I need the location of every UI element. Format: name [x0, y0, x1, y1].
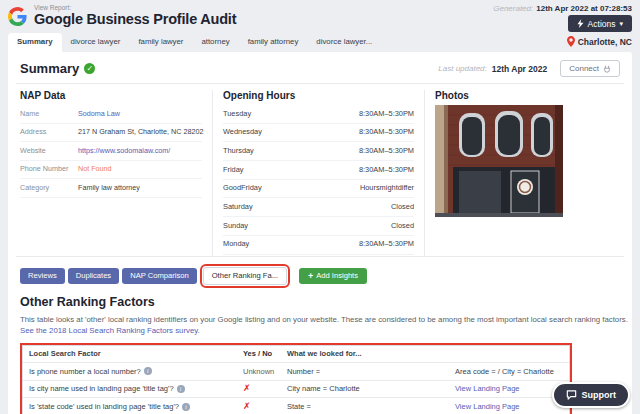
tab-reviews[interactable]: Reviews [20, 268, 65, 284]
looked-for-cell: State = [285, 399, 451, 414]
nap-row-category: Category Family law attorney [20, 179, 202, 198]
factor-text: Is city name used in landing page 'title… [29, 384, 174, 393]
survey-link[interactable]: See the 2018 Local Search Ranking Factor… [20, 326, 200, 335]
view-landing-page-link[interactable]: View Landing Page [451, 399, 569, 414]
business-address: 217 N Graham St, Charlotte, NC 28202 [78, 128, 203, 137]
day-hours: 8:30AM–5:30PM [359, 240, 414, 249]
nap-label: Category [20, 184, 78, 193]
card-header: Summary ✓ Last updated: 12th Apr 2022 Co… [16, 58, 624, 84]
nap-label: Phone Number [20, 165, 78, 174]
tab-nap-comparison[interactable]: NAP Comparison [122, 268, 197, 284]
result-cell: ✗ [241, 381, 285, 396]
summary-heading: Summary [20, 61, 79, 76]
add-insights-button[interactable]: + Add Insights [299, 268, 367, 284]
hours-heading: Opening Hours [223, 90, 414, 101]
generated-label: Generated: [493, 4, 533, 13]
hours-row: Saturday Closed [223, 198, 414, 217]
summary-heading-row: Summary ✓ [20, 61, 95, 76]
table-row: Is 'state code' used in landing page 'ti… [23, 398, 569, 414]
factor-cell: Is phone number a local number? i [23, 364, 241, 379]
ranking-description-text: This table looks at 'other' local rankin… [20, 315, 628, 324]
phone-not-found: Not Found [78, 165, 112, 174]
top-right: Generated:12th Apr 2022 at 07:28:53 Acti… [493, 4, 632, 32]
day-hours: Closed [391, 222, 414, 231]
result-cell: Unknown [241, 364, 285, 379]
detail-cell: Area code = / City = Charlotte [451, 364, 569, 379]
looked-for-cell: Number = [285, 364, 451, 379]
day-hours: Closed [391, 203, 414, 212]
cross-icon: ✗ [243, 383, 251, 393]
nap-label: Name [20, 110, 78, 119]
hours-row: GoodFriday Hoursmightdiffer [223, 180, 414, 199]
day-label: Monday [223, 240, 249, 249]
tab-attorney[interactable]: attorney [192, 33, 238, 52]
last-updated-label: Last updated: [438, 64, 486, 73]
day-hours: 8:30AM–5:30PM [359, 147, 414, 156]
business-name-link[interactable]: Sodoma Law [78, 110, 120, 119]
factor-text: Is phone number a local number? [29, 367, 141, 376]
location-selector[interactable]: Charlotte, NC [567, 36, 632, 52]
info-icon[interactable]: i [182, 403, 190, 411]
summary-columns: NAP Data Name Sodoma Law Address 217 N G… [16, 84, 624, 257]
table-row: Is city name used in landing page 'title… [23, 381, 569, 399]
last-updated-value: 12th Apr 2022 [492, 64, 547, 74]
result-cell: ✗ [241, 399, 285, 414]
actions-button[interactable]: Actions ▾ [568, 15, 632, 32]
other-ranking-factors-section: Other Ranking Factors This table looks a… [16, 285, 624, 414]
cross-icon: ✗ [243, 401, 251, 411]
nap-row-name: Name Sodoma Law [20, 105, 202, 124]
google-logo-icon [8, 7, 27, 26]
tab-family-lawyer[interactable]: family lawyer [129, 33, 192, 52]
photos-heading: Photos [435, 90, 614, 101]
tab-divorce-lawyer-2[interactable]: divorce lawyer... [307, 33, 381, 52]
page-title: Google Business Profile Audit [34, 11, 236, 27]
tab-family-attorney[interactable]: family attorney [239, 33, 308, 52]
nap-row-address: Address 217 N Graham St, Charlotte, NC 2… [20, 124, 202, 143]
day-label: Saturday [223, 203, 253, 212]
lightning-icon [577, 19, 584, 28]
day-label: Thursday [223, 147, 254, 156]
day-hours: 8:30AM–5:30PM [359, 110, 414, 119]
annotation-highlight-table: Local Search Factor Yes / No What we loo… [20, 343, 572, 414]
nap-data-section: NAP Data Name Sodoma Law Address 217 N G… [16, 90, 212, 256]
connect-button[interactable]: Connect [560, 60, 620, 77]
tab-other-ranking-factors[interactable]: Other Ranking Fa... [203, 267, 287, 285]
header-local-search-factor: Local Search Factor [23, 346, 241, 361]
website-link[interactable]: https://www.sodomalaw.com/ [78, 147, 170, 156]
header-what-we-looked-for: What we looked for... [285, 346, 451, 361]
factor-text: Is 'state code' used in landing page 'ti… [29, 402, 179, 411]
insight-tab-row: Reviews Duplicates NAP Comparison Other … [20, 267, 624, 285]
chevron-down-icon: ▾ [619, 20, 623, 27]
hours-row: Wednesday 8:30AM–5:30PM [223, 124, 414, 143]
map-pin-icon [567, 36, 575, 47]
opening-hours-section: Opening Hours Tuesday 8:30AM–5:30PM Wedn… [212, 90, 424, 256]
hours-row: Thursday 8:30AM–5:30PM [223, 142, 414, 161]
info-icon[interactable]: i [177, 385, 185, 393]
ranking-heading: Other Ranking Factors [20, 295, 620, 309]
support-button[interactable]: Support [552, 382, 631, 408]
tab-summary[interactable]: Summary [8, 33, 62, 52]
tab-divorce-lawyer[interactable]: divorce lawyer [62, 33, 130, 52]
day-hours: Hoursmightdiffer [360, 184, 414, 193]
result-unknown: Unknown [243, 367, 274, 376]
day-label: Sunday [223, 222, 248, 231]
view-report-label: View Report: [34, 4, 236, 11]
hours-row: Friday 8:30AM–5:30PM [223, 161, 414, 180]
summary-card: Summary ✓ Last updated: 12th Apr 2022 Co… [8, 52, 632, 414]
nap-row-website: Website https://www.sodomalaw.com/ [20, 142, 202, 161]
factor-cell: Is 'state code' used in landing page 'ti… [23, 399, 241, 414]
day-label: Tuesday [223, 110, 251, 119]
tab-duplicates[interactable]: Duplicates [68, 268, 119, 284]
business-photo[interactable] [435, 105, 563, 217]
connect-label: Connect [569, 64, 599, 73]
ranking-factors-table: Local Search Factor Yes / No What we loo… [22, 345, 570, 414]
factor-cell: Is city name used in landing page 'title… [23, 381, 241, 396]
photos-section: Photos [424, 90, 624, 256]
table-header-row: Local Search Factor Yes / No What we loo… [23, 346, 569, 364]
header-detail [451, 351, 569, 357]
generated-value: 12th Apr 2022 at 07:28:53 [536, 4, 632, 13]
hours-row: Sunday Closed [223, 217, 414, 236]
info-icon[interactable]: i [144, 367, 152, 375]
location-label: Charlotte, NC [578, 37, 632, 47]
chat-bubble-icon [566, 390, 577, 400]
